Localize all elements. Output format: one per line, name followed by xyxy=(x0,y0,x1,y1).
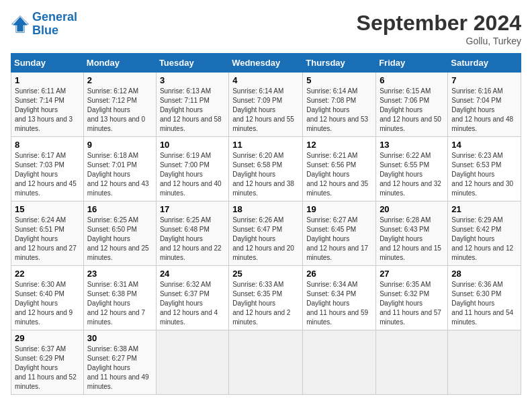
day-number: 1 xyxy=(15,75,80,85)
col-monday: Monday xyxy=(83,54,156,73)
day-info: Sunrise: 6:14 AM Sunset: 7:08 PM Dayligh… xyxy=(306,87,372,134)
logo-text: General Blue xyxy=(32,11,77,38)
day-number: 23 xyxy=(87,269,152,279)
logo-icon xyxy=(11,15,30,34)
calendar-cell: 22 Sunrise: 6:30 AM Sunset: 6:40 PM Dayl… xyxy=(11,266,84,330)
day-info: Sunrise: 6:20 AM Sunset: 6:58 PM Dayligh… xyxy=(232,151,299,198)
day-info: Sunrise: 6:37 AM Sunset: 6:29 PM Dayligh… xyxy=(15,345,80,392)
calendar-cell: 4 Sunrise: 6:14 AM Sunset: 7:09 PM Dayli… xyxy=(229,73,303,137)
day-number: 9 xyxy=(87,140,152,150)
calendar-cell: 6 Sunrise: 6:15 AM Sunset: 7:06 PM Dayli… xyxy=(376,73,448,137)
day-info: Sunrise: 6:33 AM Sunset: 6:35 PM Dayligh… xyxy=(232,280,299,327)
calendar-cell: 25 Sunrise: 6:33 AM Sunset: 6:35 PM Dayl… xyxy=(229,266,303,330)
day-number: 4 xyxy=(232,75,299,85)
calendar-week-row: 1 Sunrise: 6:11 AM Sunset: 7:14 PM Dayli… xyxy=(11,73,521,137)
month-title: September 2024 xyxy=(357,11,521,36)
day-number: 26 xyxy=(306,269,372,279)
day-number: 29 xyxy=(15,333,80,343)
day-info: Sunrise: 6:13 AM Sunset: 7:11 PM Dayligh… xyxy=(160,87,225,134)
calendar-cell: 3 Sunrise: 6:13 AM Sunset: 7:11 PM Dayli… xyxy=(156,73,228,137)
day-info: Sunrise: 6:38 AM Sunset: 6:27 PM Dayligh… xyxy=(87,345,152,392)
day-number: 15 xyxy=(15,204,80,214)
day-number: 22 xyxy=(15,269,80,279)
day-info: Sunrise: 6:22 AM Sunset: 6:55 PM Dayligh… xyxy=(380,151,444,198)
calendar-cell: 11 Sunrise: 6:20 AM Sunset: 6:58 PM Dayl… xyxy=(229,137,303,201)
day-info: Sunrise: 6:36 AM Sunset: 6:30 PM Dayligh… xyxy=(451,280,517,327)
day-number: 27 xyxy=(380,269,444,279)
calendar-cell: 1 Sunrise: 6:11 AM Sunset: 7:14 PM Dayli… xyxy=(11,73,84,137)
day-info: Sunrise: 6:25 AM Sunset: 6:50 PM Dayligh… xyxy=(87,216,152,263)
day-info: Sunrise: 6:19 AM Sunset: 7:00 PM Dayligh… xyxy=(160,151,225,198)
day-number: 19 xyxy=(306,204,372,214)
title-block: September 2024 Gollu, Turkey xyxy=(357,11,521,46)
calendar-cell: 5 Sunrise: 6:14 AM Sunset: 7:08 PM Dayli… xyxy=(303,73,376,137)
day-info: Sunrise: 6:15 AM Sunset: 7:06 PM Dayligh… xyxy=(380,87,444,134)
calendar-cell: 24 Sunrise: 6:32 AM Sunset: 6:37 PM Dayl… xyxy=(156,266,228,330)
calendar-cell xyxy=(448,330,521,395)
calendar-cell: 10 Sunrise: 6:19 AM Sunset: 7:00 PM Dayl… xyxy=(156,137,228,201)
calendar-cell: 21 Sunrise: 6:29 AM Sunset: 6:42 PM Dayl… xyxy=(448,201,521,266)
page-header: General Blue September 2024 Gollu, Turke… xyxy=(11,11,521,46)
calendar-cell: 23 Sunrise: 6:31 AM Sunset: 6:38 PM Dayl… xyxy=(83,266,156,330)
day-info: Sunrise: 6:23 AM Sunset: 6:53 PM Dayligh… xyxy=(451,151,517,198)
day-info: Sunrise: 6:26 AM Sunset: 6:47 PM Dayligh… xyxy=(232,216,299,263)
calendar-week-row: 15 Sunrise: 6:24 AM Sunset: 6:51 PM Dayl… xyxy=(11,201,521,266)
calendar-cell: 20 Sunrise: 6:28 AM Sunset: 6:43 PM Dayl… xyxy=(376,201,448,266)
day-info: Sunrise: 6:30 AM Sunset: 6:40 PM Dayligh… xyxy=(15,280,80,327)
day-info: Sunrise: 6:12 AM Sunset: 7:12 PM Dayligh… xyxy=(87,87,152,134)
day-info: Sunrise: 6:27 AM Sunset: 6:45 PM Dayligh… xyxy=(306,216,372,263)
day-info: Sunrise: 6:31 AM Sunset: 6:38 PM Dayligh… xyxy=(87,280,152,327)
day-number: 13 xyxy=(380,140,444,150)
calendar-cell: 27 Sunrise: 6:35 AM Sunset: 6:32 PM Dayl… xyxy=(376,266,448,330)
calendar-cell xyxy=(376,330,448,395)
calendar-cell: 12 Sunrise: 6:21 AM Sunset: 6:56 PM Dayl… xyxy=(303,137,376,201)
calendar-cell: 29 Sunrise: 6:37 AM Sunset: 6:29 PM Dayl… xyxy=(11,330,84,395)
calendar-cell: 16 Sunrise: 6:25 AM Sunset: 6:50 PM Dayl… xyxy=(83,201,156,266)
day-number: 17 xyxy=(160,204,225,214)
col-thursday: Thursday xyxy=(303,54,376,73)
calendar-header-row: Sunday Monday Tuesday Wednesday Thursday… xyxy=(11,54,521,73)
col-friday: Friday xyxy=(376,54,448,73)
day-number: 5 xyxy=(306,75,372,85)
day-number: 14 xyxy=(451,140,517,150)
col-saturday: Saturday xyxy=(448,54,521,73)
logo: General Blue xyxy=(11,11,77,38)
day-info: Sunrise: 6:14 AM Sunset: 7:09 PM Dayligh… xyxy=(232,87,299,134)
day-number: 28 xyxy=(451,269,517,279)
day-number: 12 xyxy=(306,140,372,150)
col-tuesday: Tuesday xyxy=(156,54,228,73)
day-number: 11 xyxy=(232,140,299,150)
day-info: Sunrise: 6:16 AM Sunset: 7:04 PM Dayligh… xyxy=(451,87,517,134)
col-wednesday: Wednesday xyxy=(229,54,303,73)
calendar-cell: 9 Sunrise: 6:18 AM Sunset: 7:01 PM Dayli… xyxy=(83,137,156,201)
day-number: 25 xyxy=(232,269,299,279)
day-number: 16 xyxy=(87,204,152,214)
day-info: Sunrise: 6:18 AM Sunset: 7:01 PM Dayligh… xyxy=(87,151,152,198)
day-number: 10 xyxy=(160,140,225,150)
day-info: Sunrise: 6:24 AM Sunset: 6:51 PM Dayligh… xyxy=(15,216,80,263)
calendar-cell: 26 Sunrise: 6:34 AM Sunset: 6:34 PM Dayl… xyxy=(303,266,376,330)
calendar-cell: 14 Sunrise: 6:23 AM Sunset: 6:53 PM Dayl… xyxy=(448,137,521,201)
calendar-week-row: 22 Sunrise: 6:30 AM Sunset: 6:40 PM Dayl… xyxy=(11,266,521,330)
calendar-cell xyxy=(229,330,303,395)
day-number: 2 xyxy=(87,75,152,85)
calendar-cell: 28 Sunrise: 6:36 AM Sunset: 6:30 PM Dayl… xyxy=(448,266,521,330)
calendar-cell: 30 Sunrise: 6:38 AM Sunset: 6:27 PM Dayl… xyxy=(83,330,156,395)
day-number: 7 xyxy=(451,75,517,85)
day-number: 3 xyxy=(160,75,225,85)
calendar-cell: 13 Sunrise: 6:22 AM Sunset: 6:55 PM Dayl… xyxy=(376,137,448,201)
day-number: 8 xyxy=(15,140,80,150)
calendar-week-row: 29 Sunrise: 6:37 AM Sunset: 6:29 PM Dayl… xyxy=(11,330,521,395)
day-info: Sunrise: 6:21 AM Sunset: 6:56 PM Dayligh… xyxy=(306,151,372,198)
col-sunday: Sunday xyxy=(11,54,84,73)
day-info: Sunrise: 6:25 AM Sunset: 6:48 PM Dayligh… xyxy=(160,216,225,263)
day-number: 6 xyxy=(380,75,444,85)
calendar-cell: 2 Sunrise: 6:12 AM Sunset: 7:12 PM Dayli… xyxy=(83,73,156,137)
day-number: 18 xyxy=(232,204,299,214)
day-number: 24 xyxy=(160,269,225,279)
day-number: 30 xyxy=(87,333,152,343)
day-number: 21 xyxy=(451,204,517,214)
calendar-cell: 7 Sunrise: 6:16 AM Sunset: 7:04 PM Dayli… xyxy=(448,73,521,137)
day-info: Sunrise: 6:34 AM Sunset: 6:34 PM Dayligh… xyxy=(306,280,372,327)
calendar-cell xyxy=(303,330,376,395)
